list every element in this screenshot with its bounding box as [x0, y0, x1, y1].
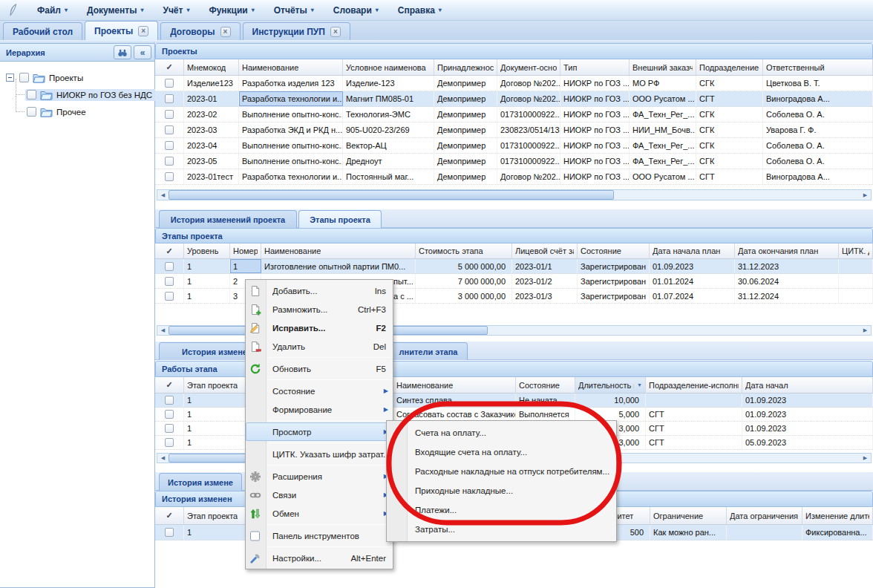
row-checkbox[interactable]: [165, 410, 174, 419]
column-header[interactable]: Дата начал: [742, 377, 873, 393]
scroll-right-icon[interactable]: ▶: [860, 190, 871, 200]
tree-node[interactable]: НИОКР по ГОЗ без НДС: [6, 86, 154, 103]
search-icon[interactable]: [114, 45, 131, 59]
close-icon[interactable]: ×: [330, 27, 341, 37]
row-checkbox[interactable]: [165, 79, 174, 88]
context-menu-item[interactable]: Обмен▶: [246, 504, 393, 523]
select-all-header[interactable]: ✓: [155, 244, 184, 258]
column-header[interactable]: Ответственный: [763, 59, 873, 75]
table-row[interactable]: Изделие123Разработка изделия 123Изделие-…: [155, 76, 873, 91]
column-header[interactable]: Подразделение-от: [696, 59, 763, 75]
tab-projects[interactable]: Проекты×: [85, 21, 158, 40]
context-menu-item[interactable]: Формирование▶: [246, 400, 393, 419]
tree-checkbox[interactable]: [27, 90, 36, 99]
context-menu-item[interactable]: Просмотр▶: [246, 422, 393, 441]
submenu-item[interactable]: Расходные накладные на отпуск потребител…: [387, 462, 616, 481]
scroll-left-icon[interactable]: ◀: [157, 454, 169, 463]
tab-stage-executors[interactable]: лнители этапа: [389, 342, 468, 360]
column-header[interactable]: Наименование: [393, 377, 516, 393]
column-header[interactable]: Принадлежность: [434, 59, 497, 75]
row-checkbox[interactable]: [165, 172, 174, 181]
column-header[interactable]: Тип: [560, 59, 630, 75]
menubar-item[interactable]: Словари▾: [326, 3, 386, 18]
scroll-right-icon[interactable]: ▶: [860, 454, 871, 463]
context-menu-item[interactable]: Добавить...Ins: [246, 281, 393, 300]
column-header[interactable]: Лицевой счёт затрат.: [512, 244, 578, 258]
table-row[interactable]: 2023-02Выполнение опытно-конс...Технолог…: [155, 107, 873, 122]
context-menu-item[interactable]: Состояние▶: [246, 382, 393, 400]
column-header[interactable]: Состояние: [578, 244, 650, 258]
close-icon[interactable]: ×: [138, 26, 148, 36]
row-checkbox[interactable]: [165, 292, 174, 301]
tree-node-label[interactable]: Проекты: [49, 74, 83, 82]
scroll-thumb[interactable]: [169, 190, 614, 200]
column-header[interactable]: Стоимость этапа: [416, 244, 512, 258]
column-header[interactable]: Изменение длител: [802, 507, 873, 524]
tree-node[interactable]: Прочее: [6, 103, 154, 120]
close-icon[interactable]: ×: [220, 27, 231, 37]
table-row[interactable]: 2023-04Выполнение опытно-конс...Вектор-А…: [155, 138, 873, 154]
projects-hscrollbar[interactable]: ◀ ▶: [157, 189, 872, 200]
select-all-header[interactable]: ✓: [155, 59, 184, 75]
context-menu-item[interactable]: Размножить...Ctrl+F3: [246, 300, 393, 318]
column-header[interactable]: Ограничение: [650, 507, 727, 524]
tree-checkbox[interactable]: [27, 107, 36, 117]
row-checkbox[interactable]: [165, 277, 174, 286]
table-row[interactable]: 11Изготовление опытной партии ПМ0...5 00…: [155, 259, 873, 274]
menubar-item[interactable]: Файл▾: [30, 3, 75, 18]
menubar-item[interactable]: Отчёты▾: [267, 3, 321, 18]
column-header[interactable]: Внешний заказчик: [630, 59, 696, 75]
row-checkbox[interactable]: [165, 396, 174, 405]
submenu-item[interactable]: Платежи...: [387, 500, 616, 520]
column-header[interactable]: Подразделение-исполнитель..: [646, 377, 742, 393]
context-menu-item[interactable]: Настройки...Alt+Enter: [246, 549, 393, 567]
menubar-item[interactable]: Учёт▾: [155, 3, 197, 18]
select-all-header[interactable]: ✓: [155, 377, 184, 393]
row-checkbox[interactable]: [165, 424, 174, 433]
submenu-item[interactable]: Приходные накладные...: [387, 481, 616, 500]
column-header[interactable]: Состояние: [516, 377, 575, 393]
submenu-item[interactable]: Счета на оплату...: [387, 423, 616, 442]
row-checkbox[interactable]: [165, 262, 174, 271]
tree-node-label[interactable]: НИОКР по ГОЗ без НДС: [56, 91, 152, 99]
column-header[interactable]: Условное наименова: [343, 59, 434, 75]
column-header[interactable]: Дата окончания план: [735, 244, 839, 258]
column-header[interactable]: Длительность план▼: [575, 377, 646, 393]
tab-pup-instructions[interactable]: Инструкции ПУП×: [243, 22, 350, 40]
context-menu-item[interactable]: ЦИТК. Указать шифр затрат...: [246, 445, 393, 463]
context-menu-item[interactable]: УдалитьDel: [246, 337, 393, 356]
submenu-item[interactable]: Затраты...: [387, 520, 616, 539]
scroll-left-icon[interactable]: ◀: [157, 326, 169, 336]
scroll-track[interactable]: [169, 190, 860, 200]
column-header[interactable]: ЦИТК. Д: [839, 244, 873, 258]
column-header[interactable]: Уровень: [184, 244, 230, 258]
row-checkbox[interactable]: [165, 528, 174, 537]
menubar-item[interactable]: Документы▾: [79, 3, 151, 18]
tab-desktop[interactable]: Рабочий стол: [3, 22, 82, 40]
context-menu-item[interactable]: Исправить...F2: [246, 318, 393, 337]
column-header[interactable]: Мнемокод: [184, 59, 239, 75]
row-checkbox[interactable]: [165, 125, 174, 134]
tree-node-label[interactable]: Прочее: [56, 108, 86, 117]
menubar-item[interactable]: Функции▾: [201, 3, 261, 18]
row-checkbox[interactable]: [165, 141, 174, 150]
scroll-right-icon[interactable]: ▶: [860, 326, 871, 336]
context-menu-item[interactable]: Связи▶: [246, 486, 393, 504]
table-row[interactable]: 2023-03Разработка ЭКД и РКД н...905-U020…: [155, 122, 873, 138]
tab-project-change-history[interactable]: История изменений проекта: [159, 210, 297, 228]
scroll-left-icon[interactable]: ◀: [157, 190, 169, 200]
tree-expander-icon[interactable]: [6, 74, 14, 82]
row-checkbox[interactable]: [165, 438, 174, 447]
menubar-item[interactable]: Справка▾: [390, 3, 449, 18]
select-all-header[interactable]: ✓: [155, 507, 184, 524]
column-header[interactable]: Наименование: [261, 244, 416, 258]
tab-contracts[interactable]: Договоры×: [160, 22, 240, 40]
table-row[interactable]: 2023-05Выполнение опытно-конс...Дредноут…: [155, 154, 873, 169]
context-menu-item[interactable]: Панель инструментов: [246, 526, 393, 545]
column-header[interactable]: Документ-основан: [497, 59, 560, 75]
column-header[interactable]: Наименование: [239, 59, 343, 75]
column-header[interactable]: Дата начала план: [650, 244, 735, 258]
table-row[interactable]: 2023-01Разработка технологии и...Магнит …: [155, 91, 873, 107]
column-header[interactable]: Номер: [230, 244, 261, 258]
row-checkbox[interactable]: [165, 94, 174, 103]
